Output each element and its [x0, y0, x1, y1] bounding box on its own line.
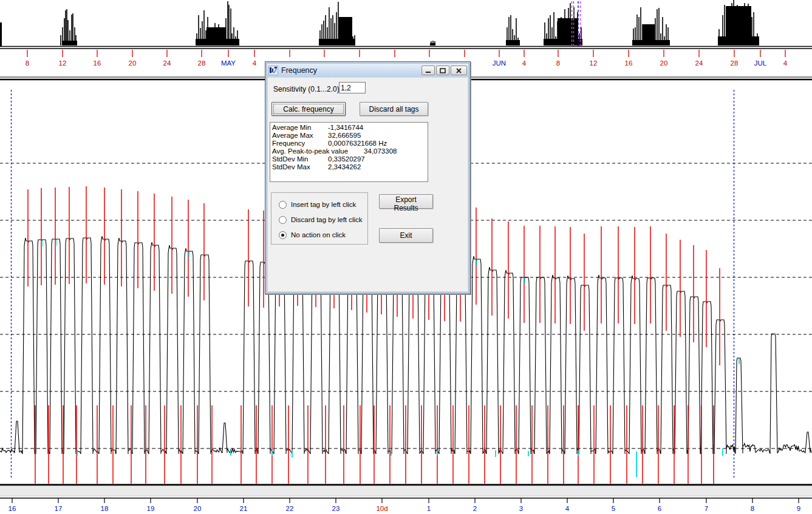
- overview-spike: [660, 33, 661, 46]
- sensitivity-input[interactable]: [339, 82, 366, 93]
- result-value: 34,073308: [364, 147, 397, 155]
- overview-spike: [228, 5, 230, 46]
- overview-spike: [662, 17, 663, 46]
- minimize-button[interactable]: [421, 66, 435, 75]
- top-axis-label: 28: [731, 59, 739, 67]
- calc-frequency-button[interactable]: Calc. frequency: [271, 102, 346, 116]
- overview-spike: [757, 33, 758, 46]
- overview-spike: [319, 30, 321, 46]
- close-icon: [456, 68, 462, 73]
- exit-button[interactable]: Exit: [379, 228, 433, 243]
- bottom-axis-label: 1: [427, 505, 431, 512]
- overview-spike: [71, 15, 72, 46]
- bottom-axis-label: 7: [705, 505, 708, 512]
- overview-spike: [557, 21, 558, 46]
- discard-all-tags-button[interactable]: Discard all tags: [360, 102, 428, 116]
- result-label: Frequency: [272, 140, 328, 147]
- overview-spike: [568, 8, 569, 46]
- close-button[interactable]: [451, 66, 467, 75]
- result-row: Average Max32,666595: [272, 132, 428, 140]
- overview-spike: [633, 29, 634, 46]
- export-results-button[interactable]: Export Results: [379, 194, 433, 209]
- overview-spike: [323, 21, 324, 46]
- overview-spike: [209, 33, 210, 46]
- overview-spike: [329, 7, 330, 46]
- overview-spike: [551, 27, 553, 46]
- overview-spike: [570, 3, 571, 46]
- overview-spike: [432, 41, 434, 46]
- dialog-title: Frequency: [281, 66, 420, 75]
- overview-spike: [200, 28, 201, 46]
- overview-spike: [722, 15, 723, 46]
- overview-spike: [510, 15, 511, 46]
- overview-spike: [753, 12, 754, 46]
- radio-icon[interactable]: [279, 201, 287, 209]
- result-row: Avg. Peak-to-peak value34,073308: [272, 147, 428, 155]
- overview-spike: [720, 36, 722, 46]
- overview-spike: [664, 36, 665, 46]
- overview-spike: [728, 12, 729, 46]
- overview-spike: [735, 7, 736, 46]
- radio-option[interactable]: Discard tag by left click: [279, 214, 367, 226]
- dialog-titlebar[interactable]: Frequency: [267, 64, 468, 77]
- result-value: 0,00076321668 Hz: [328, 140, 387, 147]
- overview-spike: [546, 33, 547, 46]
- radio-option[interactable]: No action on click: [279, 229, 367, 241]
- top-axis-label: 16: [94, 59, 101, 67]
- overview-spike: [65, 10, 66, 46]
- overview-spike: [755, 36, 756, 46]
- top-axis-label: 24: [163, 59, 171, 67]
- radio-option[interactable]: Insert tag by left click: [279, 198, 367, 211]
- overview-spike: [724, 5, 725, 46]
- radio-label: No action on click: [291, 231, 346, 238]
- result-row: StdDev Min0,33520297: [272, 155, 428, 163]
- overview-spike: [544, 22, 545, 46]
- maximize-button[interactable]: [436, 66, 449, 75]
- overview-spike: [517, 38, 519, 46]
- bottom-axis-label: 8: [751, 505, 754, 512]
- top-axis-label: 12: [590, 59, 598, 67]
- app-icon: [268, 66, 278, 75]
- overview-spike: [62, 27, 63, 46]
- dialog-frame: Frequency Sensitivity (0.1...2.0) Calc. …: [267, 64, 468, 292]
- overview-spike: [213, 36, 214, 46]
- overview-spike: [434, 41, 435, 46]
- overview-spike: [733, 0, 734, 46]
- overview-spike: [218, 24, 219, 46]
- top-axis-label: 28: [198, 59, 206, 67]
- result-label: StdDev Min: [272, 155, 328, 163]
- overview-spike: [508, 17, 510, 46]
- radio-icon[interactable]: [279, 216, 287, 224]
- overview-spike: [352, 36, 353, 46]
- overview-spike: [343, 27, 344, 46]
- results-panel: Average Min-1,3416744Average Max32,66659…: [270, 122, 428, 182]
- overview-spike: [655, 18, 656, 46]
- overview-spike: [327, 27, 328, 46]
- radio-icon[interactable]: [279, 231, 287, 239]
- overview-spike: [230, 8, 231, 46]
- overview-spike: [635, 27, 636, 46]
- top-axis-label: 8: [26, 59, 29, 67]
- overview-spike: [742, 11, 743, 46]
- overview-spike: [726, 9, 727, 46]
- overview-spike: [749, 21, 751, 46]
- overview-spike: [553, 12, 554, 46]
- result-value: 32,666595: [328, 132, 361, 139]
- overview-spike: [740, 6, 742, 46]
- overview-spike: [507, 27, 508, 46]
- top-axis-label: JUL: [754, 59, 767, 67]
- bottom-axis-label: 22: [286, 505, 294, 512]
- overview-spike: [325, 15, 326, 46]
- overview-spike: [718, 29, 720, 46]
- overview-spike: [638, 17, 640, 46]
- top-axis-label: 4: [522, 59, 527, 67]
- overview-spike: [332, 15, 333, 46]
- overview-spike: [550, 15, 551, 46]
- overview-spike: [737, 5, 738, 46]
- overview-spike: [60, 35, 61, 46]
- result-value: -1,3416744: [328, 124, 363, 131]
- overview-spike: [746, 8, 747, 46]
- overview-spike: [231, 33, 233, 46]
- main-border-bottom: [0, 484, 812, 486]
- overview-spike: [644, 39, 645, 46]
